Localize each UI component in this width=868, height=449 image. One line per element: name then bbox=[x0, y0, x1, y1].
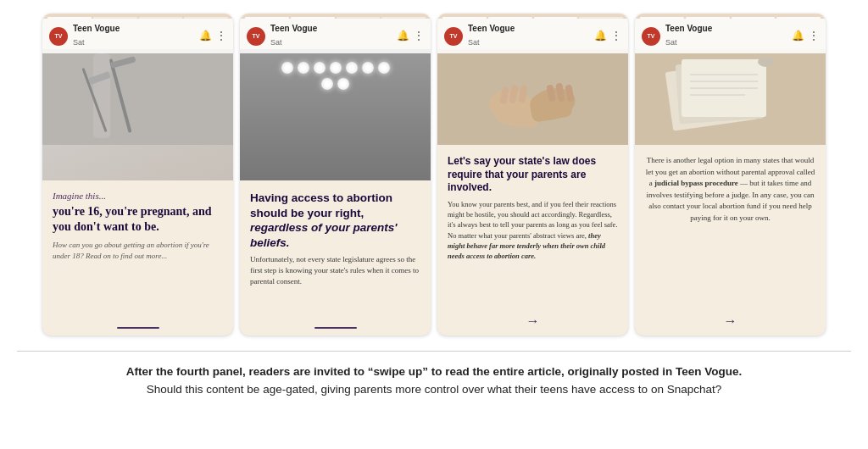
panel-1-text: Imagine this... you're 16, you're pregna… bbox=[42, 180, 233, 335]
panel-2: TV Teen Vogue Sat 🔔 ⋮ bbox=[240, 14, 431, 335]
panel-1-icons: 🔔 ⋮ bbox=[199, 30, 226, 42]
panel-4-content: There is another legal option in many st… bbox=[645, 155, 815, 308]
svg-rect-3 bbox=[93, 53, 110, 138]
panel-3-header: TV Teen Vogue Sat 🔔 ⋮ bbox=[437, 19, 628, 53]
progress-seg-4-2 bbox=[686, 17, 730, 19]
light-dot bbox=[337, 78, 349, 90]
progress-seg-1-3 bbox=[139, 17, 183, 19]
light-dot bbox=[321, 78, 333, 90]
panel-2-footer-line bbox=[314, 327, 357, 329]
panel-3-logo: TV bbox=[444, 27, 463, 46]
panel-2-lights bbox=[276, 62, 395, 90]
light-dot bbox=[281, 62, 293, 74]
progress-seg-3-1 bbox=[442, 17, 487, 19]
outer-container: TV Teen Vogue Sat 🔔 ⋮ bbox=[0, 0, 868, 416]
panel-1-footer bbox=[53, 322, 223, 329]
panel-1-logo: TV bbox=[49, 27, 68, 46]
panel-2-logo: TV bbox=[247, 27, 265, 46]
panel-3-bold: Let's say your state's law does require … bbox=[448, 155, 618, 195]
panel-2-bold-italic: regardless of your parents' beliefs. bbox=[250, 221, 398, 249]
panel-4-image bbox=[635, 49, 826, 145]
panel-2-brand-name: Teen Vogue bbox=[270, 24, 392, 33]
bell-icon-3: 🔔 bbox=[594, 30, 607, 42]
progress-seg-1-1 bbox=[47, 17, 92, 19]
panel-2-icons: 🔔 ⋮ bbox=[397, 30, 424, 42]
light-dot bbox=[346, 62, 358, 74]
panel-4-header: TV Teen Vogue Sat 🔔 ⋮ bbox=[635, 19, 826, 53]
progress-seg-2-3 bbox=[337, 17, 381, 19]
panel-1-brand-name: Teen Vogue bbox=[73, 24, 194, 33]
progress-seg-4-3 bbox=[732, 17, 776, 19]
panel-3: TV Teen Vogue Sat 🔔 ⋮ bbox=[437, 14, 628, 335]
panel-4-body: There is another legal option in many st… bbox=[645, 155, 815, 224]
panel-3-brand-name: Teen Vogue bbox=[468, 24, 589, 33]
progress-seg-3-4 bbox=[579, 17, 623, 19]
more-icon-3: ⋮ bbox=[611, 30, 621, 42]
panel-2-text: Having access to abortion should be your… bbox=[240, 180, 431, 335]
panel-3-footer-arrow: → bbox=[526, 313, 540, 329]
more-icon-4: ⋮ bbox=[809, 30, 819, 42]
bell-icon-4: 🔔 bbox=[792, 30, 804, 42]
progress-seg-3-3 bbox=[534, 17, 578, 19]
more-icon-1: ⋮ bbox=[216, 30, 226, 42]
panel-1-progress bbox=[42, 14, 233, 19]
svg-rect-0 bbox=[42, 49, 233, 145]
progress-seg-2-4 bbox=[381, 17, 426, 19]
panel-1-body: How can you go about getting an abortion… bbox=[53, 240, 223, 261]
panel-4-progress bbox=[635, 14, 826, 19]
panel-2-footer bbox=[250, 322, 420, 329]
light-dot bbox=[314, 62, 326, 74]
panel-3-text: Let's say your state's law does require … bbox=[437, 145, 628, 335]
panel-4-bold: judicial bypass procedure bbox=[654, 179, 738, 187]
panel-3-body: You know your parents best, and if you f… bbox=[448, 199, 618, 262]
panel-4-footer: → bbox=[645, 308, 815, 329]
panel-1-bold: you're 16, you're pregnant, and you don'… bbox=[53, 204, 223, 235]
panel-4-logo: TV bbox=[642, 27, 660, 46]
panel-1: TV Teen Vogue Sat 🔔 ⋮ bbox=[42, 14, 233, 335]
panels-row: TV Teen Vogue Sat 🔔 ⋮ bbox=[17, 14, 851, 335]
panel-2-content: Having access to abortion should be your… bbox=[250, 191, 420, 322]
panel-4-brand-time: Sat bbox=[665, 38, 677, 47]
progress-seg-2-2 bbox=[291, 17, 335, 19]
panel-2-brand-time: Sat bbox=[270, 38, 282, 47]
panel-2-bold: Having access to abortion should be your… bbox=[250, 191, 420, 250]
more-icon-2: ⋮ bbox=[414, 30, 424, 42]
svg-point-19 bbox=[758, 57, 775, 67]
panel-1-italic: Imagine this... bbox=[53, 191, 223, 201]
panel-3-footer: → bbox=[448, 308, 618, 329]
panel-1-brand: Teen Vogue Sat bbox=[73, 24, 194, 48]
panel-4-footer-arrow: → bbox=[724, 313, 737, 329]
caption: After the fourth panel, readers are invi… bbox=[17, 351, 851, 399]
light-dot bbox=[330, 62, 342, 74]
panel-1-content: Imagine this... you're 16, you're pregna… bbox=[53, 191, 223, 322]
panel-1-footer-line bbox=[117, 327, 159, 329]
panel-4: TV Teen Vogue Sat 🔔 ⋮ bbox=[635, 14, 826, 335]
bell-icon-1: 🔔 bbox=[199, 30, 212, 42]
panel-4-icons: 🔔 ⋮ bbox=[792, 30, 819, 42]
panel-3-progress bbox=[437, 14, 628, 19]
panel-4-text: There is another legal option in many st… bbox=[635, 145, 826, 335]
panel-2-brand: Teen Vogue Sat bbox=[270, 24, 392, 48]
panel-3-brand: Teen Vogue Sat bbox=[468, 24, 589, 48]
panel-2-body: Unfortunately, not every state legislatu… bbox=[250, 254, 420, 287]
progress-seg-4-4 bbox=[776, 17, 821, 19]
caption-bold: After the fourth panel, readers are invi… bbox=[126, 365, 742, 378]
progress-seg-1-4 bbox=[184, 17, 228, 19]
light-dot bbox=[298, 62, 309, 74]
progress-seg-4-1 bbox=[640, 17, 684, 19]
panel-2-image bbox=[240, 49, 431, 180]
panel-3-svg bbox=[437, 49, 628, 145]
panel-3-content: Let's say your state's law does require … bbox=[448, 155, 618, 308]
panel-1-image bbox=[42, 49, 233, 180]
panel-2-header: TV Teen Vogue Sat 🔔 ⋮ bbox=[240, 19, 431, 53]
light-dot bbox=[378, 62, 390, 74]
panel-2-bold-prefix: Having access to abortion should be your… bbox=[250, 191, 392, 219]
progress-seg-3-2 bbox=[488, 17, 532, 19]
panel-4-brand-name: Teen Vogue bbox=[665, 24, 787, 33]
panel-3-image bbox=[437, 49, 628, 145]
panel-4-brand: Teen Vogue Sat bbox=[665, 24, 787, 48]
svg-rect-4 bbox=[437, 49, 628, 145]
panel-3-brand-time: Sat bbox=[468, 38, 480, 47]
panel-1-brand-time: Sat bbox=[73, 38, 85, 47]
caption-regular: Should this content be age-gated, giving… bbox=[147, 383, 721, 396]
